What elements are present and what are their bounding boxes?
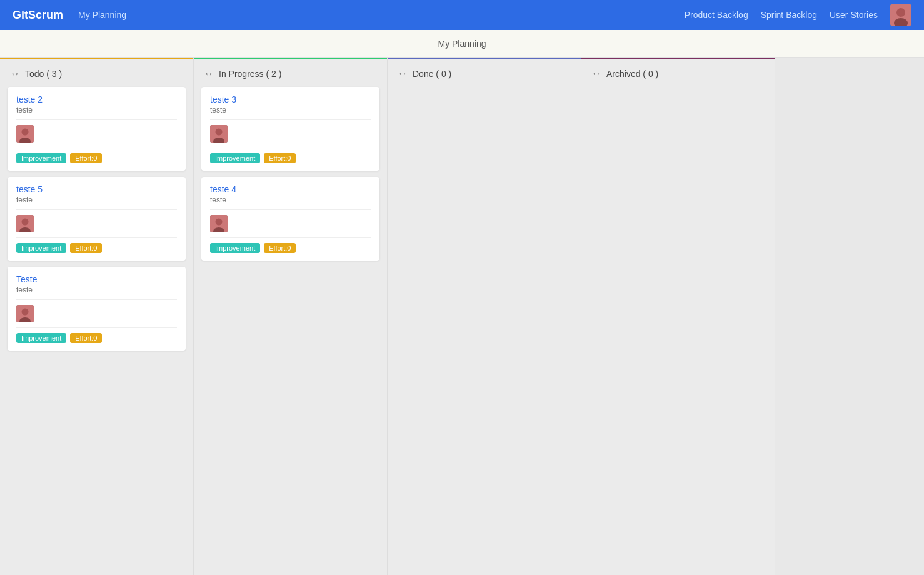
card-subtitle: teste xyxy=(16,106,177,120)
card-tags: ImprovementEffort:0 xyxy=(16,153,177,163)
column-inprogress: ↔In Progress ( 2 )teste 3testeImprovemen… xyxy=(194,58,388,575)
tag-tag-effort: Effort:0 xyxy=(264,243,296,253)
card-title: teste 2 xyxy=(16,94,177,104)
arrow-icon: ↔ xyxy=(398,68,408,79)
column-header-todo: ↔Todo ( 3 ) xyxy=(0,58,193,79)
tag-tag-improvement: Improvement xyxy=(16,333,66,343)
card-divider xyxy=(16,328,177,328)
card-divider xyxy=(16,148,177,148)
card-card-teste4[interactable]: teste 4testeImprovementEffort:0 xyxy=(201,177,379,261)
card-subtitle: teste xyxy=(210,196,371,210)
nav-product-backlog[interactable]: Product Backlog xyxy=(685,10,748,20)
column-body-todo: teste 2testeImprovementEffort:0teste 5te… xyxy=(0,79,193,575)
kanban-board: ↔Todo ( 3 )teste 2testeImprovementEffort… xyxy=(0,58,924,575)
card-title: teste 4 xyxy=(210,184,371,194)
tag-tag-effort: Effort:0 xyxy=(70,153,102,163)
card-avatar xyxy=(16,125,34,142)
tag-tag-improvement: Improvement xyxy=(210,243,260,253)
arrow-icon: ↔ xyxy=(204,68,214,79)
tag-tag-improvement: Improvement xyxy=(16,153,66,163)
card-card-teste3[interactable]: teste 3testeImprovementEffort:0 xyxy=(201,87,379,171)
card-title: teste 5 xyxy=(16,184,177,194)
card-avatar xyxy=(210,215,228,232)
svg-point-16 xyxy=(216,219,223,226)
card-tags: ImprovementEffort:0 xyxy=(16,333,177,343)
card-avatar xyxy=(16,305,34,322)
nav-user-stories[interactable]: User Stories xyxy=(830,10,878,20)
navbar-right: Product Backlog Sprint Backlog User Stor… xyxy=(685,4,911,26)
tag-tag-improvement: Improvement xyxy=(16,243,66,253)
card-avatar xyxy=(16,215,34,232)
column-title-done: Done ( 0 ) xyxy=(413,69,451,79)
column-body-inprogress: teste 3testeImprovementEffort:0teste 4te… xyxy=(194,79,387,575)
column-header-done: ↔Done ( 0 ) xyxy=(388,58,581,79)
tag-tag-effort: Effort:0 xyxy=(264,153,296,163)
card-tags: ImprovementEffort:0 xyxy=(16,243,177,253)
column-header-archived: ↔Archived ( 0 ) xyxy=(581,58,775,79)
tag-tag-effort: Effort:0 xyxy=(70,243,102,253)
subheader-title: My Planning xyxy=(438,39,486,49)
card-subtitle: teste xyxy=(16,196,177,210)
card-subtitle: teste xyxy=(16,286,177,300)
card-divider xyxy=(16,238,177,238)
subheader: My Planning xyxy=(0,30,924,58)
card-tags: ImprovementEffort:0 xyxy=(210,243,371,253)
column-done: ↔Done ( 0 ) xyxy=(388,58,581,575)
card-card-Teste[interactable]: TestetesteImprovementEffort:0 xyxy=(8,267,186,351)
column-header-inprogress: ↔In Progress ( 2 ) xyxy=(194,58,387,79)
card-avatar xyxy=(210,125,228,142)
card-card-teste2[interactable]: teste 2testeImprovementEffort:0 xyxy=(8,87,186,171)
navbar: GitScrum My Planning Product Backlog Spr… xyxy=(0,0,924,30)
card-title: teste 3 xyxy=(210,94,371,104)
brand-logo[interactable]: GitScrum xyxy=(13,9,63,22)
column-todo: ↔Todo ( 3 )teste 2testeImprovementEffort… xyxy=(0,58,194,575)
column-body-done xyxy=(388,79,581,575)
card-divider xyxy=(210,238,371,238)
card-card-teste5[interactable]: teste 5testeImprovementEffort:0 xyxy=(8,177,186,261)
svg-point-4 xyxy=(22,129,29,136)
card-tags: ImprovementEffort:0 xyxy=(210,153,371,163)
nav-my-planning[interactable]: My Planning xyxy=(78,10,126,20)
column-body-archived xyxy=(581,79,775,575)
card-title: Teste xyxy=(16,274,177,284)
user-avatar[interactable] xyxy=(890,4,911,26)
svg-point-13 xyxy=(216,129,223,136)
card-subtitle: teste xyxy=(210,106,371,120)
card-divider xyxy=(210,148,371,148)
arrow-icon: ↔ xyxy=(10,68,20,79)
column-title-todo: Todo ( 3 ) xyxy=(25,69,62,79)
column-archived: ↔Archived ( 0 ) xyxy=(581,58,775,575)
svg-point-10 xyxy=(22,309,29,316)
svg-point-7 xyxy=(22,219,29,226)
svg-point-1 xyxy=(896,8,905,17)
arrow-icon: ↔ xyxy=(591,68,601,79)
column-title-inprogress: In Progress ( 2 ) xyxy=(219,69,281,79)
column-title-archived: Archived ( 0 ) xyxy=(606,69,658,79)
nav-sprint-backlog[interactable]: Sprint Backlog xyxy=(761,10,817,20)
navbar-left: GitScrum My Planning xyxy=(13,9,126,22)
tag-tag-improvement: Improvement xyxy=(210,153,260,163)
tag-tag-effort: Effort:0 xyxy=(70,333,102,343)
